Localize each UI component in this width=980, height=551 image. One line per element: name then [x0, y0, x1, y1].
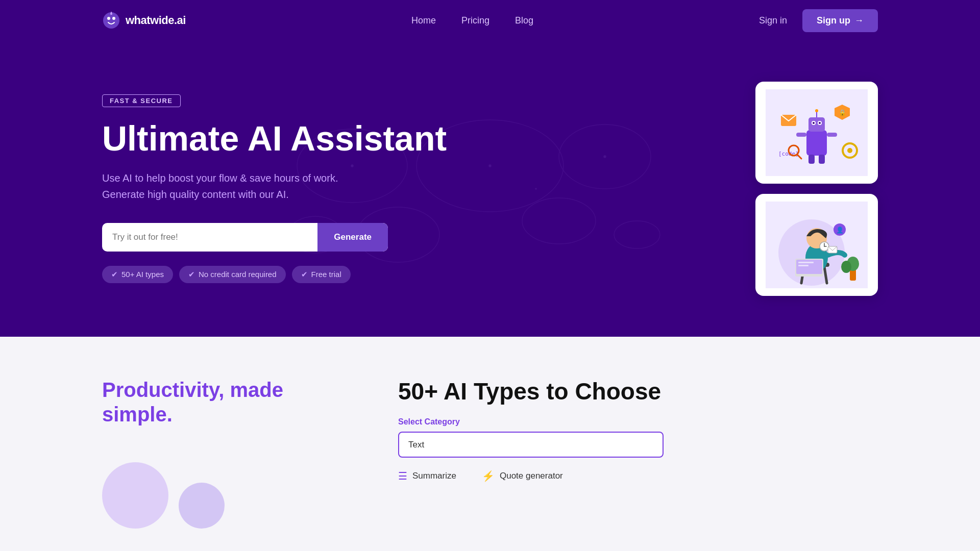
svg-point-2	[112, 17, 115, 20]
ai-options-row: ☰ Summarize ⚡ Quote generator	[398, 470, 878, 482]
svg-point-21	[813, 122, 815, 124]
svg-rect-46	[798, 262, 814, 263]
feature-badges-row: ✔ 50+ AI types ✔ No credit card required…	[102, 266, 470, 283]
circle-small	[179, 483, 225, 529]
svg-text:👤: 👤	[836, 226, 844, 234]
robot-illustration-svg: 🔒 [code]	[766, 89, 868, 176]
svg-point-12	[488, 164, 491, 167]
lower-section: Productivity, made simple. 50+ AI Types …	[0, 337, 980, 551]
ai-types-col: 50+ AI Types to Choose Select Category T…	[398, 378, 878, 482]
hero-title: Ultimate AI Assistant	[102, 119, 470, 158]
productivity-visuals	[102, 447, 357, 529]
category-select[interactable]: Text	[398, 432, 664, 458]
svg-text:🔒: 🔒	[839, 109, 846, 116]
check-icon-3: ✔	[301, 270, 308, 279]
svg-point-33	[847, 148, 852, 153]
sign-up-label: Sign up	[817, 15, 850, 26]
circle-big	[102, 462, 168, 529]
sign-up-arrow: →	[854, 15, 864, 26]
hero-subtitle: Use AI to help boost your flow & save ho…	[102, 170, 368, 203]
nav-blog[interactable]: Blog	[515, 15, 533, 26]
svg-point-10	[614, 221, 660, 248]
hero-images: 🔒 [code]	[725, 82, 878, 296]
check-icon-1: ✔	[111, 270, 118, 279]
summarize-icon: ☰	[398, 470, 407, 482]
nav-right: Sign in Sign up →	[759, 9, 878, 32]
svg-rect-18	[808, 117, 825, 132]
generate-button[interactable]: Generate	[317, 223, 388, 252]
svg-point-15	[535, 188, 537, 190]
svg-rect-27	[808, 155, 815, 164]
sign-up-button[interactable]: Sign up →	[802, 9, 878, 32]
hero-card-person: 👤	[755, 194, 878, 296]
hero-search-input[interactable]	[102, 223, 317, 252]
hero-input-row: Generate	[102, 223, 388, 252]
logo-link[interactable]: whatwide.ai	[102, 11, 186, 30]
select-category-label: Select Category	[398, 417, 878, 427]
svg-rect-26	[827, 133, 837, 137]
svg-point-56	[841, 261, 851, 273]
productivity-col: Productivity, made simple.	[102, 378, 357, 529]
hero-card-robot: 🔒 [code]	[755, 82, 878, 184]
svg-rect-25	[796, 133, 806, 137]
productivity-title: Productivity, made simple.	[102, 378, 357, 427]
navbar: whatwide.ai Home Pricing Blog Sign in Si…	[0, 0, 980, 41]
ai-option-summarize: ☰ Summarize	[398, 470, 456, 482]
badge-free-trial: ✔ Free trial	[292, 266, 351, 283]
svg-rect-17	[806, 130, 827, 156]
svg-rect-47	[798, 265, 808, 266]
hero-section: FAST & SECURE Ultimate AI Assistant Use …	[0, 41, 980, 337]
svg-point-24	[815, 109, 818, 112]
nav-links: Home Pricing Blog	[411, 15, 533, 26]
nav-home[interactable]: Home	[411, 15, 436, 26]
quote-generator-icon: ⚡	[482, 470, 495, 482]
svg-point-3	[110, 13, 112, 15]
sign-in-button[interactable]: Sign in	[759, 15, 787, 26]
logo-text: whatwide.ai	[126, 14, 186, 27]
check-icon-2: ✔	[188, 270, 195, 279]
nav-pricing[interactable]: Pricing	[461, 15, 489, 26]
svg-point-13	[603, 155, 606, 158]
svg-point-7	[522, 198, 596, 244]
ai-types-title: 50+ AI Types to Choose	[398, 378, 878, 405]
person-illustration-svg: 👤	[766, 202, 868, 288]
ai-option-quote: ⚡ Quote generator	[482, 470, 563, 482]
svg-rect-28	[819, 155, 825, 164]
svg-point-22	[819, 122, 821, 124]
badge-no-credit: ✔ No credit card required	[179, 266, 286, 283]
badge-ai-types: ✔ 50+ AI types	[102, 266, 173, 283]
svg-point-6	[559, 124, 651, 189]
hero-content: FAST & SECURE Ultimate AI Assistant Use …	[102, 94, 470, 283]
logo-icon	[102, 11, 120, 30]
hero-badge: FAST & SECURE	[102, 94, 181, 107]
svg-point-1	[107, 17, 110, 20]
